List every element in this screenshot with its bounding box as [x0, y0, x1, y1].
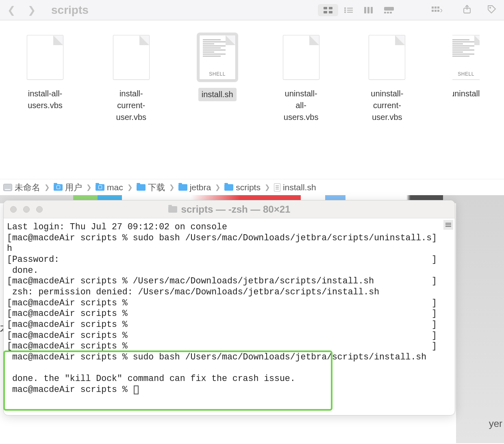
terminal-title: scripts — -zsh — 80×21	[4, 204, 455, 215]
file-icon	[369, 35, 405, 80]
svg-rect-7	[347, 10, 353, 11]
svg-rect-1	[329, 7, 332, 9]
terminal-line: Last login: Thu Jul 27 09:12:02 on conso…	[7, 222, 227, 232]
file-name: uninstall.	[452, 88, 480, 100]
folder-icon	[96, 184, 104, 191]
svg-point-8	[344, 11, 346, 13]
svg-rect-0	[324, 7, 327, 9]
file-icon	[283, 35, 319, 80]
terminal-line: done.	[7, 266, 38, 275]
svg-rect-13	[384, 7, 394, 11]
svg-rect-9	[347, 12, 353, 13]
file-name: install-all-users.vbs	[24, 88, 66, 111]
folder-icon	[137, 184, 146, 191]
svg-rect-20	[432, 10, 434, 12]
file-icon	[27, 35, 63, 80]
terminal-line: h	[7, 244, 12, 253]
folder-icon	[54, 184, 63, 191]
view-icon-button[interactable]	[318, 4, 338, 16]
share-button[interactable]	[463, 5, 471, 15]
shell-file-icon: SHELL	[199, 35, 236, 80]
background-text: yer	[489, 418, 502, 429]
terminal-line: [mac@macdeAir scripts % ]	[7, 320, 437, 329]
svg-rect-18	[434, 7, 437, 9]
terminal-line: [Password: ]	[7, 255, 437, 264]
file-item[interactable]: install-all-users.vbs	[24, 33, 66, 111]
file-item[interactable]: uninstall-current-user.vbs	[364, 33, 411, 123]
svg-rect-5	[347, 8, 353, 9]
view-list-button[interactable]	[338, 4, 358, 16]
terminal-titlebar[interactable]: scripts — -zsh — 80×21	[4, 200, 455, 218]
path-segment[interactable]: 用户	[54, 182, 82, 193]
view-gallery-button[interactable]	[379, 4, 399, 16]
finder-title: scripts	[51, 4, 89, 17]
svg-rect-16	[390, 12, 392, 13]
chevron-right-icon: ❯	[215, 183, 220, 191]
view-column-button[interactable]	[358, 4, 379, 16]
folder-icon	[168, 206, 177, 213]
background-panel	[456, 195, 504, 443]
file-icon	[113, 35, 150, 80]
path-segment[interactable]: 下载	[137, 182, 165, 193]
file-name: uninstall-current-user.vbs	[364, 88, 411, 123]
shell-file-icon: SHELL	[452, 35, 480, 80]
file-item[interactable]: install-current-user.vbs	[108, 33, 154, 123]
view-mode-group	[318, 4, 399, 16]
file-grid: install-all-users.vbs install-current-us…	[0, 20, 504, 179]
terminal-body[interactable]: Last login: Thu Jul 27 09:12:02 on conso…	[4, 218, 455, 415]
path-segment[interactable]: 未命名	[3, 182, 40, 193]
svg-rect-12	[371, 7, 373, 13]
file-item[interactable]: uninstall-all-users.vbs	[280, 33, 322, 123]
chevron-right-icon: ❯	[127, 183, 133, 191]
chevron-right-icon: ❯	[44, 183, 50, 191]
svg-point-24	[489, 7, 491, 9]
folder-icon	[178, 184, 187, 191]
terminal-line: [mac@macdeAir scripts % ]	[7, 331, 437, 340]
terminal-scroll-icon[interactable]	[443, 220, 453, 230]
forward-button[interactable]: ❯	[28, 4, 36, 16]
path-segment[interactable]: mac	[96, 183, 123, 192]
svg-rect-22	[437, 10, 439, 12]
group-by-button[interactable]	[427, 4, 447, 16]
svg-rect-2	[324, 11, 327, 13]
file-item-selected[interactable]: SHELL install.sh	[197, 33, 238, 101]
svg-point-6	[344, 9, 346, 11]
tag-button[interactable]	[487, 4, 497, 16]
svg-rect-14	[384, 12, 386, 13]
svg-rect-3	[329, 11, 332, 13]
terminal-line: [mac@macdeAir scripts % /Users/mac/Downl…	[7, 276, 437, 286]
chevron-right-icon: ❯	[86, 183, 91, 191]
path-segment[interactable]: scripts	[224, 183, 261, 192]
terminal-cursor	[134, 385, 139, 394]
minimize-window-icon[interactable]	[23, 206, 30, 213]
svg-rect-17	[432, 7, 434, 9]
terminal-line: mac@macdeAir scripts % sudo bash /Users/…	[7, 352, 426, 362]
chevron-right-icon: ❯	[169, 183, 174, 191]
svg-rect-15	[387, 12, 389, 13]
file-name: uninstall-all-users.vbs	[280, 88, 322, 123]
terminal-line: [mac@macdeAir scripts % ]	[7, 341, 437, 351]
svg-point-4	[344, 7, 346, 9]
svg-rect-11	[367, 7, 369, 13]
file-name: install-current-user.vbs	[108, 88, 154, 123]
svg-rect-10	[364, 7, 366, 13]
path-bar: 未命名 ❯ 用户 ❯ mac ❯ 下载 ❯ jetbra ❯ scripts ❯…	[0, 179, 504, 195]
path-segment[interactable]: install.sh	[274, 183, 316, 192]
terminal-line: done. the "kill Dock" command can fix th…	[7, 374, 295, 383]
terminal-line: [mac@macdeAir scripts % sudo bash /Users…	[7, 233, 437, 243]
finder-toolbar: ❮ ❯ scripts	[0, 0, 504, 20]
folder-icon	[224, 184, 233, 191]
file-item[interactable]: SHELL uninstall.	[452, 33, 480, 100]
path-segment[interactable]: jetbra	[178, 183, 211, 192]
svg-rect-19	[437, 7, 439, 9]
terminal-line: mac@macdeAir scripts %	[7, 385, 133, 394]
svg-rect-21	[434, 10, 437, 12]
back-button[interactable]: ❮	[7, 4, 15, 16]
disk-icon	[3, 184, 12, 191]
close-window-icon[interactable]	[10, 206, 17, 213]
terminal-window: scripts — -zsh — 80×21 Last login: Thu J…	[3, 200, 455, 416]
file-name: install.sh	[198, 88, 237, 101]
chevron-right-icon: ❯	[265, 183, 270, 191]
terminal-line: [mac@macdeAir scripts % ]	[7, 298, 437, 308]
zoom-window-icon[interactable]	[36, 206, 43, 213]
